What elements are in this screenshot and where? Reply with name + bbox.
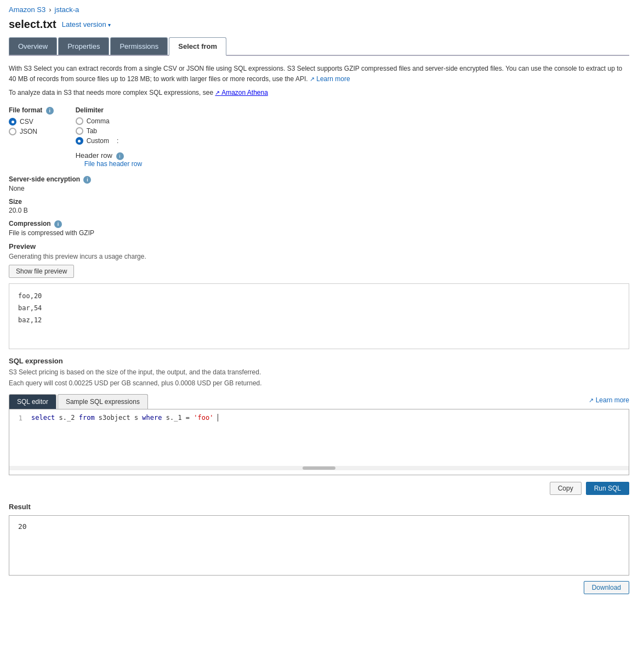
tab-sql-editor[interactable]: SQL editor	[9, 394, 56, 409]
sse-info-icon[interactable]: i	[83, 176, 91, 184]
file-format-json[interactable]: JSON	[9, 128, 54, 135]
size-label: Size	[9, 198, 629, 206]
sse-label: Server-side encryption i	[9, 175, 629, 184]
size-field: Size 20.0 B	[9, 198, 629, 214]
amazon-athena-link[interactable]: ↗ Amazon Athena	[215, 89, 267, 96]
sql-tabs: SQL editor Sample SQL expressions	[9, 394, 149, 409]
sql-expression-label: SQL expression	[9, 357, 629, 365]
tab-select-from[interactable]: Select from	[169, 37, 226, 56]
result-section: Result 20 Download	[9, 503, 629, 594]
file-format-csv[interactable]: CSV	[9, 118, 54, 126]
tab-overview[interactable]: Overview	[9, 37, 57, 55]
sql-scrollbar-thumb	[303, 466, 335, 470]
preview-section: Preview Generating this preview incurs a…	[9, 242, 629, 349]
result-value: 20	[18, 522, 27, 531]
info-main-text: With S3 Select you can extract records f…	[9, 64, 629, 84]
server-side-encryption-field: Server-side encryption i None	[9, 175, 629, 192]
preview-box: foo,20 bar,54 baz,12	[9, 283, 629, 349]
file-format-section: File format i CSV JSON Delimiter	[9, 106, 629, 168]
version-arrow: ▾	[108, 22, 111, 28]
sql-editor-line-1: 1 select s._2 from s3object s where s._1…	[9, 414, 629, 422]
sql-editor-box[interactable]: 1 select s._2 from s3object s where s._1…	[9, 409, 629, 475]
tab-sample-sql[interactable]: Sample SQL expressions	[58, 394, 148, 409]
preview-subtext: Generating this preview incurs a usage c…	[9, 253, 629, 260]
preview-label: Preview	[9, 242, 629, 250]
file-format-info-icon[interactable]: i	[46, 107, 54, 115]
compression-field: Compression i File is compressed with GZ…	[9, 220, 629, 237]
compression-info-icon[interactable]: i	[54, 220, 62, 228]
preview-line-3: baz,12	[18, 315, 620, 327]
sql-tabs-row: SQL editor Sample SQL expressions ↗ Lear…	[9, 394, 629, 409]
preview-line-2: bar,54	[18, 303, 620, 315]
result-label: Result	[9, 503, 629, 511]
result-box: 20	[9, 515, 629, 576]
sql-line-code: select s._2 from s3object s where s._1 =…	[27, 414, 629, 422]
download-button[interactable]: Download	[584, 581, 629, 594]
tab-permissions[interactable]: Permissions	[110, 37, 168, 55]
tabs-container: Overview Properties Permissions Select f…	[9, 37, 629, 56]
tab-properties[interactable]: Properties	[58, 37, 109, 55]
info-secondary-text: To analyze data in S3 that needs more co…	[9, 89, 629, 96]
learn-more-link[interactable]: ↗ Learn more	[310, 75, 350, 83]
breadcrumb-amazon-s3[interactable]: Amazon S3	[9, 5, 45, 14]
sql-section: SQL expression S3 Select pricing is base…	[9, 357, 629, 475]
radio-tab-indicator	[76, 127, 83, 135]
header-row-info-icon[interactable]: i	[116, 152, 124, 160]
compression-value: File is compressed with GZIP	[9, 229, 629, 237]
custom-delimiter-value: :	[117, 137, 118, 145]
delimiter-comma[interactable]: Comma	[76, 117, 142, 125]
sql-scrollbar[interactable]	[9, 466, 629, 470]
delimiter-radio-group: Comma Tab Custom :	[76, 117, 142, 145]
radio-custom-indicator	[76, 137, 83, 145]
breadcrumb-sep: ›	[49, 5, 51, 14]
sql-learn-more-link[interactable]: ↗ Learn more	[589, 396, 629, 406]
copy-button[interactable]: Copy	[550, 482, 582, 495]
run-sql-button[interactable]: Run SQL	[586, 482, 629, 495]
sql-line-number: 1	[9, 414, 27, 422]
size-value: 20.0 B	[9, 207, 629, 214]
file-format-radio-group: CSV JSON	[9, 118, 54, 135]
radio-csv-indicator	[9, 118, 16, 126]
header-row-value: File has header row	[84, 160, 142, 168]
download-row: Download	[9, 581, 629, 594]
header-row-label: Header row i	[76, 151, 142, 160]
delimiter-tab[interactable]: Tab	[76, 127, 142, 135]
delimiter-group: Delimiter Comma Tab Custom :	[76, 106, 142, 168]
version-badge[interactable]: Latest version ▾	[62, 20, 111, 29]
delimiter-label: Delimiter	[76, 106, 142, 114]
compression-label: Compression i	[9, 220, 629, 228]
sql-buttons-row: Copy Run SQL	[9, 482, 629, 495]
show-file-preview-button[interactable]: Show file preview	[9, 265, 74, 278]
radio-comma-indicator	[76, 117, 83, 125]
breadcrumb: Amazon S3 › jstack-a	[9, 5, 629, 14]
delimiter-custom[interactable]: Custom :	[76, 137, 142, 145]
sql-pricing-text: S3 Select pricing is based on the size o…	[9, 367, 629, 388]
preview-line-1: foo,20	[18, 291, 620, 303]
file-format-group: File format i CSV JSON	[9, 106, 54, 168]
file-title: select.txt	[9, 18, 56, 31]
breadcrumb-jstack-a[interactable]: jstack-a	[55, 5, 79, 14]
title-row: select.txt Latest version ▾	[9, 18, 629, 31]
radio-json-indicator	[9, 128, 16, 135]
header-row-group: Header row i File has header row	[76, 151, 142, 168]
file-format-label: File format i	[9, 106, 54, 115]
sse-value: None	[9, 185, 629, 192]
